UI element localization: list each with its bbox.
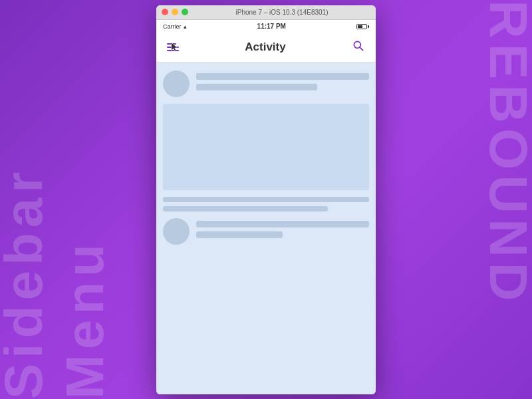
status-time: 11:17 PM (187, 23, 356, 30)
text-line (196, 221, 369, 227)
search-button[interactable] (349, 37, 368, 58)
device-title: iPhone 7 – iOS 10.3 (14E8301) (194, 9, 370, 16)
battery-fill (358, 25, 362, 28)
separator-line (163, 206, 328, 211)
content-block (163, 104, 369, 190)
text-lines-top (196, 70, 369, 90)
battery-icon (356, 24, 369, 29)
background-text-left: Sidebar Menu (0, 0, 116, 399)
background-text-right: REBOUND (477, 0, 532, 399)
text-line (196, 73, 369, 80)
battery-body (356, 24, 367, 29)
separator-line (163, 197, 369, 202)
title-bar: iPhone 7 – iOS 10.3 (14E8301) (156, 5, 376, 20)
status-right (356, 24, 369, 29)
status-bar: Carrier ▴ 11:17 PM (156, 20, 376, 33)
battery-tip (368, 25, 369, 28)
avatar-top (163, 70, 190, 97)
carrier-text: Carrier (163, 23, 182, 30)
menu-line-2 (167, 47, 179, 48)
avatar-bottom (163, 218, 190, 245)
spacer (163, 251, 369, 386)
list-item-bottom[interactable] (163, 218, 369, 245)
search-icon (352, 39, 365, 53)
nav-title: Activity (182, 41, 349, 54)
text-line (196, 84, 317, 90)
device-frame: iPhone 7 – iOS 10.3 (14E8301) Carrier ▴ … (156, 5, 376, 394)
maximize-button[interactable] (182, 9, 188, 15)
minimize-button[interactable] (172, 9, 178, 15)
list-item-top[interactable] (163, 70, 369, 97)
carrier-info: Carrier ▴ (163, 23, 187, 30)
menu-button[interactable] (164, 41, 182, 54)
text-line (196, 231, 283, 238)
close-button[interactable] (162, 9, 168, 15)
menu-line-1 (167, 43, 176, 45)
text-lines-bottom (196, 218, 369, 238)
separator-group (163, 197, 369, 211)
content-area (156, 63, 376, 394)
menu-line-3 (167, 50, 179, 51)
traffic-lights (162, 9, 188, 15)
nav-bar: Activity (156, 33, 376, 63)
svg-line-1 (360, 47, 363, 51)
